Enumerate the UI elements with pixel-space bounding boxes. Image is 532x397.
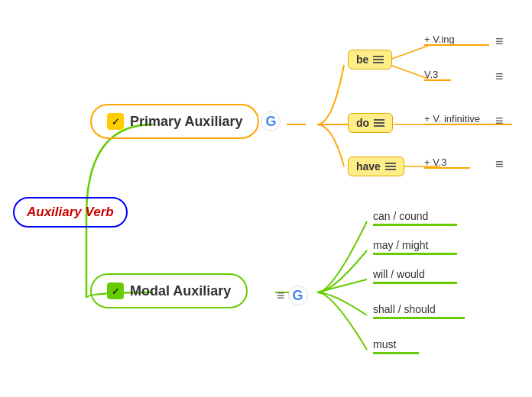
hamburger-ving[interactable]: ≡ (495, 34, 504, 50)
underline-v3 (424, 79, 451, 81)
label-vinfinitive: + V. infinitive (424, 113, 480, 124)
modal-item-can: can / cound (373, 210, 428, 222)
modal-checkbox-icon: ✓ (107, 282, 124, 299)
label-ving: + V.ing (424, 34, 455, 45)
verb-have-label: have (356, 160, 381, 173)
modal-auxiliary-node[interactable]: ✓ Modal Auxiliary (90, 273, 248, 308)
underline-vinf (424, 124, 512, 125)
modal-line-may (373, 253, 457, 255)
do-hamburger-icon[interactable] (374, 119, 384, 127)
modal-item-will: will / would (373, 268, 425, 280)
svg-line-8 (317, 279, 367, 292)
auxiliary-verb-node[interactable]: Auxiliary Verb (13, 197, 128, 228)
verb-pill-have[interactable]: have (348, 157, 404, 176)
verb-pill-be[interactable]: be (348, 50, 392, 69)
google-g-modal[interactable]: G (288, 286, 308, 305)
modal-controls[interactable]: ≡ G (277, 286, 308, 305)
have-hamburger-icon[interactable] (385, 163, 396, 170)
modal-item-shall: shall / should (373, 303, 436, 315)
verb-be-label: be (356, 53, 368, 66)
modal-auxiliary-label: Modal Auxiliary (130, 283, 231, 299)
hamburger-vinf[interactable]: ≡ (495, 113, 504, 129)
primary-checkbox-icon: ✓ (107, 113, 124, 130)
verb-do-label: do (356, 117, 369, 129)
svg-line-4 (390, 65, 428, 79)
underline-ving (424, 44, 489, 46)
modal-line-shall (373, 317, 465, 319)
verb-pill-do[interactable]: do (348, 113, 393, 133)
hamburger-v3-have[interactable]: ≡ (495, 157, 504, 173)
hamburger-v3-be[interactable]: ≡ (495, 69, 504, 85)
modal-line-must (373, 352, 419, 354)
modal-hamburger-icon[interactable]: ≡ (277, 288, 285, 304)
underline-v3-have (424, 167, 470, 169)
modal-item-may: may / might (373, 239, 428, 251)
modal-line-will (373, 282, 457, 284)
be-hamburger-icon[interactable] (373, 56, 384, 63)
label-v3-have: + V.3 (424, 157, 447, 168)
primary-auxiliary-label: Primary Auxiliary (130, 114, 242, 130)
google-g-primary[interactable]: G (261, 111, 281, 131)
label-v3-be: V.3 (424, 69, 438, 80)
auxiliary-verb-label: Auxiliary Verb (27, 205, 114, 220)
primary-auxiliary-node[interactable]: ✓ Primary Auxiliary G (90, 104, 259, 139)
modal-item-must: must (373, 338, 396, 350)
modal-line-can (373, 224, 457, 226)
svg-line-3 (390, 46, 428, 60)
